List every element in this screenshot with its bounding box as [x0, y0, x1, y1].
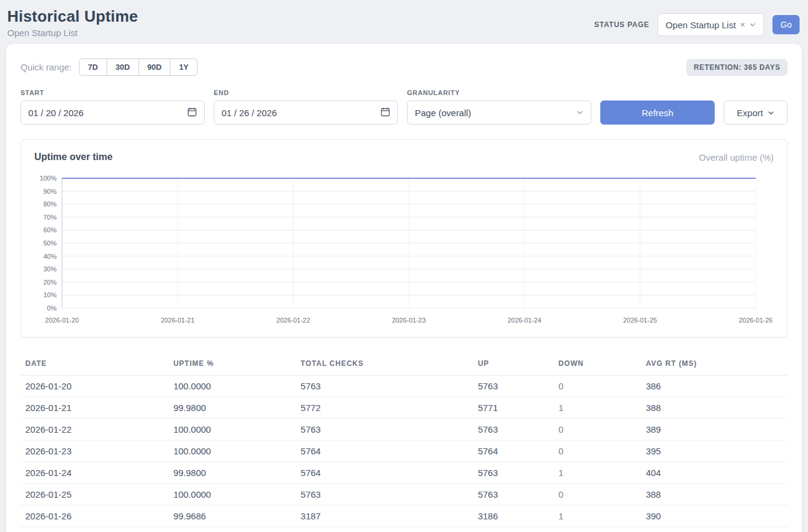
end-date-input[interactable]: 01 / 26 / 2026: [214, 101, 398, 125]
table-cell: 100.0000: [169, 484, 296, 506]
table-cell: 0: [553, 484, 641, 506]
table-cell: 100.0000: [169, 376, 296, 397]
column-header: DATE: [20, 353, 169, 376]
svg-text:40%: 40%: [43, 253, 57, 260]
table-cell: 100.0000: [169, 419, 296, 441]
quick-range-row: Quick range: 7D30D90D1Y RETENTION: 365 D…: [20, 58, 788, 76]
end-date-value: 01 / 26 / 2026: [222, 108, 277, 118]
chart-header: Uptime over time Overall uptime (%): [34, 152, 774, 162]
table-cell: 1: [553, 462, 641, 484]
export-button[interactable]: Export: [724, 101, 788, 125]
uptime-chart: 0%10%20%30%40%50%60%70%80%90%100%2026-01…: [34, 171, 774, 329]
table-cell: 5772: [296, 397, 473, 419]
calendar-icon: [187, 107, 197, 119]
svg-text:2026-01-22: 2026-01-22: [276, 317, 310, 324]
table-cell: 5763: [473, 462, 554, 484]
table-cell: 0: [553, 376, 641, 397]
table-cell: 99.9686: [169, 506, 296, 527]
title-block: Historical Uptime Open Startup List: [7, 7, 138, 38]
svg-text:0%: 0%: [47, 305, 57, 312]
quick-range-7d-button[interactable]: 7D: [79, 58, 107, 76]
export-button-label: Export: [737, 108, 763, 118]
table-cell: 5764: [473, 441, 554, 462]
clear-icon[interactable]: ×: [740, 20, 745, 29]
quick-range-1y-button[interactable]: 1Y: [170, 58, 197, 76]
table-cell: 2026-01-25: [20, 484, 169, 506]
status-page-select[interactable]: Open Startup List ×: [657, 13, 764, 36]
chevron-down-icon: [749, 20, 756, 30]
table-cell: 2026-01-24: [20, 462, 169, 484]
granularity-selected-value: Page (overall): [415, 108, 471, 118]
table-cell: 5764: [296, 441, 473, 462]
table-cell: 100.0000: [169, 441, 296, 462]
table-cell: 99.9800: [169, 397, 296, 419]
svg-text:2026-01-26: 2026-01-26: [739, 317, 772, 324]
go-button[interactable]: Go: [772, 15, 800, 34]
page-subtitle: Open Startup List: [7, 28, 138, 38]
svg-text:80%: 80%: [43, 200, 57, 208]
topbar-right: STATUS PAGE Open Startup List × Go: [594, 13, 800, 36]
table-cell: 2026-01-23: [20, 441, 169, 462]
granularity-field: GRANULARITY Page (overall): [407, 89, 591, 125]
refresh-button[interactable]: Refresh: [600, 101, 715, 125]
table-cell: 5763: [296, 376, 473, 397]
column-header: AVG RT (MS): [641, 353, 788, 376]
table-cell: 5763: [473, 419, 554, 441]
chevron-down-icon: [576, 108, 583, 118]
table-cell: 5763: [296, 419, 473, 441]
column-header: TOTAL CHECKS: [296, 353, 473, 376]
quick-range-label: Quick range:: [20, 62, 72, 72]
granularity-select[interactable]: Page (overall): [407, 101, 591, 125]
column-header: UP: [473, 353, 554, 376]
svg-text:2026-01-20: 2026-01-20: [45, 317, 79, 324]
table-cell: 2026-01-20: [20, 376, 169, 397]
svg-text:60%: 60%: [43, 226, 57, 234]
svg-text:2026-01-21: 2026-01-21: [161, 317, 194, 324]
start-label: START: [20, 89, 205, 96]
quick-range-90d-button[interactable]: 90D: [138, 58, 171, 76]
table-row: 2026-01-2199.9800577257711388: [20, 397, 788, 419]
page: Historical Uptime Open Startup List STAT…: [0, 0, 808, 532]
chart-card: Uptime over time Overall uptime (%) 0%10…: [20, 139, 788, 338]
table-cell: 5763: [296, 484, 473, 506]
table-cell: 5763: [473, 376, 554, 397]
table-header-row: DATEUPTIME %TOTAL CHECKSUPDOWNAVG RT (MS…: [20, 353, 788, 376]
start-date-input[interactable]: 01 / 20 / 2026: [20, 101, 205, 125]
column-header: UPTIME %: [169, 353, 296, 376]
retention-badge: RETENTION: 365 DAYS: [686, 59, 788, 76]
quick-range-group: 7D30D90D1Y: [79, 58, 197, 76]
start-field: START 01 / 20 / 2026: [20, 89, 205, 125]
granularity-label: GRANULARITY: [407, 89, 591, 96]
table-row: 2026-01-22100.0000576357630389: [20, 419, 788, 441]
table-cell: 389: [641, 419, 788, 441]
table-cell: 388: [641, 397, 788, 419]
table-row: 2026-01-2699.9686318731861390: [20, 506, 788, 527]
uptime-table-body: 2026-01-20100.00005763576303862026-01-21…: [20, 376, 788, 527]
quick-range-30d-button[interactable]: 30D: [107, 58, 139, 76]
calendar-icon: [381, 107, 390, 119]
svg-text:90%: 90%: [43, 188, 57, 195]
main-card: Quick range: 7D30D90D1Y RETENTION: 365 D…: [6, 44, 802, 532]
table-row: 2026-01-23100.0000576457640395: [20, 441, 788, 462]
table-cell: 99.9800: [169, 462, 296, 484]
svg-text:100%: 100%: [40, 175, 57, 182]
svg-text:2026-01-24: 2026-01-24: [508, 317, 541, 324]
table-cell: 395: [641, 441, 788, 462]
table-cell: 390: [641, 506, 788, 527]
svg-text:10%: 10%: [43, 291, 57, 298]
filter-form-row: START 01 / 20 / 2026 END 01 / 26 / 2026: [20, 89, 788, 125]
svg-text:30%: 30%: [43, 265, 57, 273]
table-cell: 2026-01-22: [20, 419, 169, 441]
table-cell: 0: [553, 419, 641, 441]
table-cell: 5771: [473, 397, 554, 419]
column-header: DOWN: [553, 353, 641, 376]
table-cell: 1: [553, 506, 641, 527]
topbar: Historical Uptime Open Startup List STAT…: [0, 0, 808, 42]
chart-legend: Overall uptime (%): [699, 152, 774, 162]
chart-title: Uptime over time: [34, 152, 113, 162]
status-page-label: STATUS PAGE: [594, 20, 649, 29]
table-cell: 386: [641, 376, 788, 397]
start-date-value: 01 / 20 / 2026: [28, 108, 84, 118]
table-cell: 1: [553, 397, 641, 419]
table-cell: 2026-01-21: [20, 397, 169, 419]
